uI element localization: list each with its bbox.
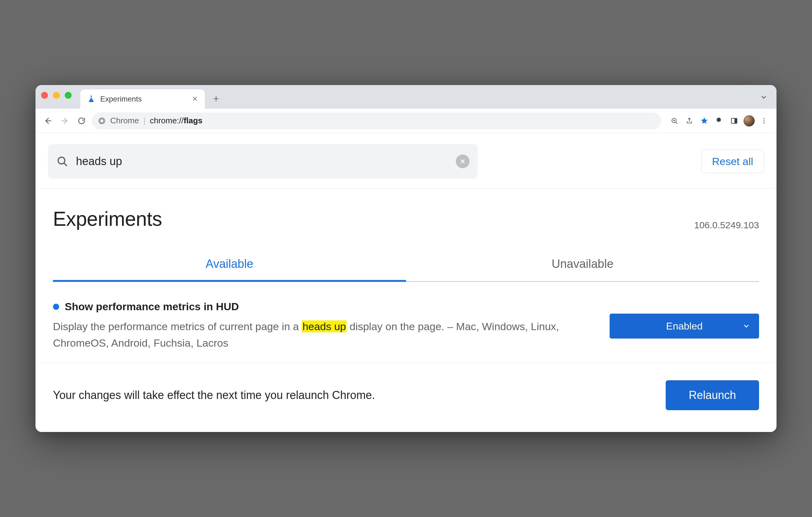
tab-strip: Experiments xyxy=(35,85,777,109)
svg-point-1 xyxy=(100,119,103,122)
new-tab-button[interactable] xyxy=(209,91,224,106)
page-content: Reset all Experiments 106.0.5249.103 Ava… xyxy=(35,133,777,432)
svg-point-6 xyxy=(763,120,765,121)
svg-point-7 xyxy=(763,122,765,123)
browser-tab[interactable]: Experiments xyxy=(80,89,205,109)
svg-point-5 xyxy=(763,118,765,120)
reset-all-label: Reset all xyxy=(712,155,753,168)
flag-description: Display the performance metrics of curre… xyxy=(53,318,600,351)
page-title: Experiments xyxy=(53,207,162,230)
flags-tabs: Available Unavailable xyxy=(35,234,777,282)
maximize-window-button[interactable] xyxy=(65,92,71,99)
flags-topbar: Reset all xyxy=(35,133,777,189)
reload-button[interactable] xyxy=(75,114,88,128)
tab-available[interactable]: Available xyxy=(53,249,406,282)
flags-search-input[interactable] xyxy=(75,154,449,168)
chevron-down-icon xyxy=(742,322,750,330)
omnibox-chip-label: Chrome xyxy=(110,116,139,125)
omnibox-url: chrome://flags xyxy=(150,116,202,125)
tab-unavailable[interactable]: Unavailable xyxy=(406,249,759,282)
tab-unavailable-label: Unavailable xyxy=(552,257,614,270)
relaunch-footer: Your changes will take effect the next t… xyxy=(35,363,777,432)
flag-state-value: Enabled xyxy=(666,320,702,332)
modified-dot-icon xyxy=(53,304,59,310)
relaunch-button[interactable]: Relaunch xyxy=(666,380,759,410)
flask-icon xyxy=(87,95,95,103)
close-window-button[interactable] xyxy=(41,92,48,99)
omnibox-url-scheme: chrome:// xyxy=(150,116,183,125)
flag-text: Show performance metrics in HUD Display … xyxy=(53,300,600,351)
tab-overflow-button[interactable] xyxy=(760,93,771,103)
clear-search-button[interactable] xyxy=(456,154,469,168)
omnibox-url-path: flags xyxy=(184,116,203,125)
svg-rect-4 xyxy=(734,118,737,123)
toolbar-actions xyxy=(668,114,771,128)
omnibox-separator: | xyxy=(143,116,145,125)
close-tab-button[interactable] xyxy=(192,95,198,103)
bookmark-star-icon[interactable] xyxy=(697,114,711,128)
relaunch-message: Your changes will take effect the next t… xyxy=(53,389,375,402)
share-icon[interactable] xyxy=(683,114,696,128)
zoom-icon[interactable] xyxy=(668,114,681,128)
flag-desc-highlight: heads up xyxy=(302,320,347,332)
flag-state-select[interactable]: Enabled xyxy=(610,314,759,339)
back-button[interactable] xyxy=(41,114,55,128)
forward-button[interactable] xyxy=(58,114,71,128)
omnibox-chip: Chrome xyxy=(110,116,139,125)
flags-searchbox[interactable] xyxy=(48,144,477,178)
profile-avatar[interactable] xyxy=(742,114,756,128)
flag-title: Show performance metrics in HUD xyxy=(65,300,239,313)
minimize-window-button[interactable] xyxy=(53,92,60,99)
flag-row: Show performance metrics in HUD Display … xyxy=(35,282,777,363)
svg-point-8 xyxy=(58,157,65,164)
tab-available-label: Available xyxy=(205,257,254,270)
browser-window: Experiments Chrome | xyxy=(35,85,777,432)
window-controls xyxy=(41,85,80,109)
chrome-icon xyxy=(98,117,106,125)
tab-title: Experiments xyxy=(100,95,142,104)
extensions-icon[interactable] xyxy=(713,114,726,128)
search-icon xyxy=(56,155,68,168)
sidepanel-icon[interactable] xyxy=(727,114,741,128)
omnibox[interactable]: Chrome | chrome://flags xyxy=(91,112,661,129)
reset-all-button[interactable]: Reset all xyxy=(701,149,764,173)
flag-desc-pre: Display the performance metrics of curre… xyxy=(53,320,302,332)
page-header: Experiments 106.0.5249.103 xyxy=(35,189,777,234)
chrome-version: 106.0.5249.103 xyxy=(694,220,759,230)
browser-toolbar: Chrome | chrome://flags xyxy=(35,109,777,133)
menu-icon[interactable] xyxy=(757,114,771,128)
relaunch-label: Relaunch xyxy=(689,389,736,401)
